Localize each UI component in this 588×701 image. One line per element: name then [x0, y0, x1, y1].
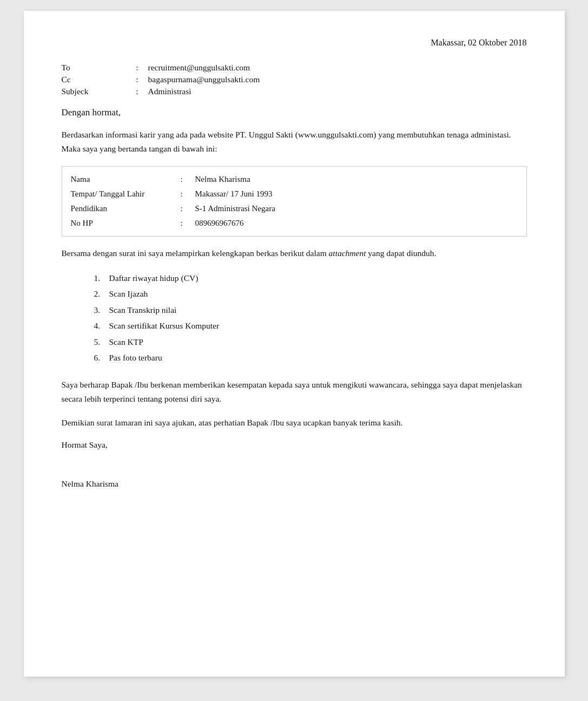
cc-row: Cc : bagaspurnama@unggulsakti.com — [62, 75, 527, 84]
list-item: 5. Scan KTP — [94, 334, 527, 350]
info-value-ttl: Makassar/ 17 Juni 1993 — [195, 189, 518, 199]
info-label-ttl: Tempat/ Tanggal Lahir — [71, 189, 168, 199]
attachment-text-after: yang dapat diunduh. — [366, 248, 436, 258]
list-item: 4. Scan sertifikat Kursus Komputer — [94, 318, 527, 333]
info-label-pendidikan: Pendidikan — [71, 204, 168, 213]
list-num-2: 2. — [94, 286, 109, 302]
info-value-nama: Nelma Kharisma — [195, 175, 518, 184]
info-table: Nama : Nelma Kharisma Tempat/ Tanggal La… — [62, 166, 527, 237]
attachment-text-before: Bersama dengan surat ini saya melampirka… — [62, 248, 329, 258]
list-item: 6. Pas foto terbaru — [94, 350, 527, 365]
letter-document: Makassar, 02 Oktober 2018 To : recruitme… — [24, 11, 565, 677]
attachment-italic-text: attachment — [329, 248, 366, 258]
blank-line — [62, 465, 527, 475]
info-colon-nohp: : — [168, 219, 195, 228]
info-colon-pendidikan: : — [168, 204, 195, 213]
attachment-paragraph: Bersama dengan surat ini saya melampirka… — [62, 246, 527, 260]
info-row-nohp: No HP : 089696967676 — [71, 216, 518, 231]
sender-name: Nelma Kharisma — [62, 479, 527, 489]
list-num-1: 1. — [94, 270, 109, 286]
info-row-pendidikan: Pendidikan : S-1 Administrasi Negara — [71, 201, 518, 216]
subject-label: Subjeck — [62, 87, 127, 96]
subject-row: Subjeck : Administrasi — [62, 87, 527, 96]
list-text-3: Scan Transkrip nilai — [109, 302, 177, 318]
list-text-4: Scan sertifikat Kursus Komputer — [109, 318, 220, 333]
info-row-ttl: Tempat/ Tanggal Lahir : Makassar/ 17 Jun… — [71, 187, 518, 201]
to-row: To : recruitment@unggulsakti.com — [62, 63, 527, 73]
to-colon: : — [127, 63, 148, 73]
list-item: 1. Daftar riwayat hidup (CV) — [94, 270, 527, 286]
list-item: 2. Scan Ijazah — [94, 286, 527, 302]
list-text-5: Scan KTP — [109, 334, 143, 350]
greeting-text: Dengan hormat, — [62, 107, 527, 118]
subject-colon: : — [127, 87, 148, 96]
info-colon-nama: : — [168, 175, 195, 184]
list-text-1: Daftar riwayat hidup (CV) — [109, 270, 199, 286]
date-text: Makassar, 02 Oktober 2018 — [431, 38, 526, 47]
info-label-nohp: No HP — [71, 219, 168, 228]
closing-section: Hormat Saya, Nelma Kharisma — [62, 440, 527, 489]
info-row-nama: Nama : Nelma Kharisma — [71, 172, 518, 187]
list-text-6: Pas foto terbaru — [109, 350, 162, 365]
list-num-3: 3. — [94, 302, 109, 318]
list-num-6: 6. — [94, 350, 109, 365]
to-value: recruitment@unggulsakti.com — [148, 63, 527, 73]
list-text-2: Scan Ijazah — [109, 286, 148, 302]
cc-colon: : — [127, 75, 148, 84]
list-num-4: 4. — [94, 318, 109, 333]
info-label-nama: Nama — [71, 175, 168, 184]
closing-paragraph-2: Demikian surat lamaran ini saya ajukan, … — [62, 416, 527, 430]
cc-value: bagaspurnama@unggulsakti.com — [148, 75, 527, 84]
info-value-pendidikan: S-1 Administrasi Negara — [195, 204, 518, 213]
list-num-5: 5. — [94, 334, 109, 350]
info-colon-ttl: : — [168, 189, 195, 199]
to-label: To — [62, 63, 127, 73]
list-item: 3. Scan Transkrip nilai — [94, 302, 527, 318]
intro-paragraph: Berdasarkan informasi karir yang ada pad… — [62, 128, 527, 156]
info-value-nohp: 089696967676 — [195, 219, 518, 228]
subject-value: Administrasi — [148, 87, 527, 96]
closing-greeting: Hormat Saya, — [62, 440, 527, 450]
cc-label: Cc — [62, 75, 127, 84]
attachment-list: 1. Daftar riwayat hidup (CV) 2. Scan Ija… — [94, 270, 527, 366]
closing-paragraph-1: Saya berharap Bapak /Ibu berkenan member… — [62, 378, 527, 407]
header-block: To : recruitment@unggulsakti.com Cc : ba… — [62, 63, 527, 96]
date-line: Makassar, 02 Oktober 2018 — [62, 38, 527, 48]
